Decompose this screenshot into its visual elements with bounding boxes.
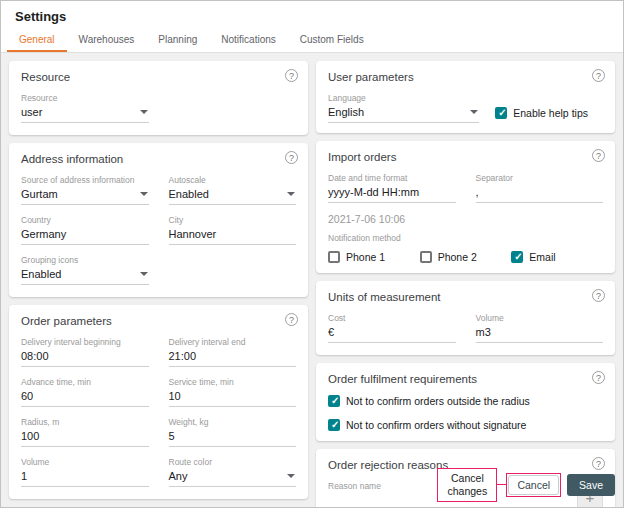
units-volume-input[interactable]: m3 [476, 326, 604, 343]
advance-time-field: Advance time, min 60 [21, 377, 149, 407]
cost-input[interactable]: € [328, 326, 456, 343]
checkbox-label: Phone 1 [346, 251, 385, 263]
delivery-interval-end-field: Delivery interval end 21:00 [169, 337, 297, 367]
checkbox-label: Enable help tips [513, 107, 588, 119]
units-volume-field: Volume m3 [476, 313, 604, 343]
resource-select[interactable]: user [21, 106, 149, 123]
page-title: Settings [15, 9, 609, 24]
field-value: 5 [169, 430, 175, 442]
separator-label: Separator [476, 173, 604, 183]
chevron-down-icon [140, 192, 148, 196]
units-volume-label: Volume [476, 313, 604, 323]
weight-input[interactable]: 5 [169, 430, 297, 447]
field-value: 1 [21, 470, 27, 482]
checkbox-icon [511, 251, 523, 263]
page-header: Settings [1, 1, 623, 28]
delivery-interval-beginning-input[interactable]: 08:00 [21, 350, 149, 367]
footer-actions: Cancel changes Cancel Save [437, 468, 615, 502]
field-value: 10 [169, 390, 181, 402]
city-input[interactable]: Hannover [169, 228, 297, 245]
autoscale-select[interactable]: Enabled [169, 188, 297, 205]
help-icon[interactable] [285, 69, 298, 82]
help-icon[interactable] [592, 149, 605, 162]
checkbox-icon [328, 251, 340, 263]
tab-notifications[interactable]: Notifications [209, 28, 287, 52]
order-parameters-title: Order parameters [21, 315, 296, 327]
weight-field: Weight, kg 5 [169, 417, 297, 447]
confirm-without-signature-checkbox[interactable]: Not to confirm orders without signature [328, 419, 603, 431]
left-column: Resource Resource user Address informati… [9, 61, 308, 499]
address-source-select[interactable]: Gurtam [21, 188, 149, 205]
confirm-outside-radius-checkbox[interactable]: Not to confirm orders outside the radius [328, 395, 603, 407]
separator-input[interactable]: , [476, 186, 604, 203]
field-label: Weight, kg [169, 417, 297, 427]
checkbox-icon [328, 395, 340, 407]
email-checkbox[interactable]: Email [511, 251, 603, 263]
service-time-input[interactable]: 10 [169, 390, 297, 407]
language-value: English [328, 106, 364, 118]
grouping-icons-value: Enabled [21, 268, 61, 280]
field-label: Delivery interval end [169, 337, 297, 347]
cancel-button[interactable]: Cancel [508, 475, 559, 495]
right-column: User parameters Language English Enable … [316, 61, 615, 508]
help-icon[interactable] [592, 69, 605, 82]
tab-planning[interactable]: Planning [146, 28, 209, 52]
annotation-connector-line [497, 484, 506, 485]
phone-1-checkbox[interactable]: Phone 1 [328, 251, 420, 263]
city-field: City Hannover [169, 215, 297, 245]
checkbox-label: Email [529, 251, 555, 263]
enable-help-tips-checkbox[interactable]: Enable help tips [495, 107, 588, 119]
user-parameters-title: User parameters [328, 71, 603, 83]
grouping-icons-select[interactable]: Enabled [21, 268, 149, 285]
main-content: Resource Resource user Address informati… [1, 53, 623, 508]
datetime-format-label: Date and time format [328, 173, 456, 183]
country-label: Country [21, 215, 149, 225]
phone-2-checkbox[interactable]: Phone 2 [420, 251, 512, 263]
tab-custom-fields[interactable]: Custom Fields [288, 28, 376, 52]
order-fulfilment-card: Order fulfilment requirements Not to con… [316, 363, 615, 441]
tab-warehouses-label: Warehouses [79, 34, 135, 45]
radius-input[interactable]: 100 [21, 430, 149, 447]
field-value: 100 [21, 430, 39, 442]
language-select[interactable]: English [328, 106, 479, 123]
grouping-icons-label: Grouping icons [21, 255, 149, 265]
tab-warehouses[interactable]: Warehouses [67, 28, 147, 52]
settings-page: Settings General Warehouses Planning Not… [0, 0, 624, 508]
datetime-example: 2021-7-06 10:06 [328, 213, 603, 225]
datetime-format-value: yyyy-M-dd HH:mm [328, 186, 419, 198]
language-field: Language English [328, 93, 479, 123]
separator-field: Separator , [476, 173, 604, 203]
advance-time-input[interactable]: 60 [21, 390, 149, 407]
resource-card: Resource Resource user [9, 61, 308, 135]
delivery-interval-end-input[interactable]: 21:00 [169, 350, 297, 367]
address-information-card: Address information Source of address in… [9, 143, 308, 297]
city-value: Hannover [169, 228, 217, 240]
country-input[interactable]: Germany [21, 228, 149, 245]
units-of-measurement-card: Units of measurement Cost € Volume m3 [316, 281, 615, 355]
route-color-select[interactable]: Any [169, 470, 297, 487]
autoscale-value: Enabled [169, 188, 209, 200]
help-icon[interactable] [285, 313, 298, 326]
volume-input[interactable]: 1 [21, 470, 149, 487]
chevron-down-icon [287, 474, 295, 478]
tab-notifications-label: Notifications [221, 34, 275, 45]
tab-custom-fields-label: Custom Fields [300, 34, 364, 45]
help-icon[interactable] [592, 289, 605, 302]
help-icon[interactable] [592, 371, 605, 384]
tab-general-label: General [19, 34, 55, 45]
units-title: Units of measurement [328, 291, 603, 303]
datetime-format-input[interactable]: yyyy-M-dd HH:mm [328, 186, 456, 203]
field-label: Service time, min [169, 377, 297, 387]
field-label: Radius, m [21, 417, 149, 427]
tab-general[interactable]: General [7, 28, 67, 52]
address-source-label: Source of address information [21, 175, 149, 185]
volume-field: Volume 1 [21, 457, 149, 487]
import-orders-card: Import orders Date and time format yyyy-… [316, 141, 615, 273]
radius-field: Radius, m 100 [21, 417, 149, 447]
field-value: Any [169, 470, 188, 482]
help-icon[interactable] [285, 151, 298, 164]
field-label: Delivery interval beginning [21, 337, 149, 347]
country-field: Country Germany [21, 215, 149, 245]
resource-select-value: user [21, 106, 42, 118]
save-button[interactable]: Save [567, 474, 615, 496]
